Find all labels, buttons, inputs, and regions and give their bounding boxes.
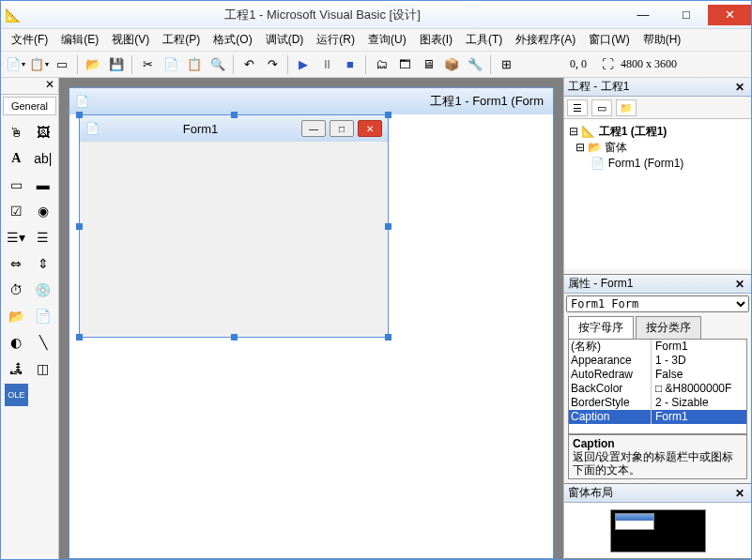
checkbox-icon[interactable]: ☑ <box>5 200 28 222</box>
redo-icon[interactable]: ↷ <box>262 54 283 75</box>
data-icon[interactable]: ◫ <box>32 357 55 380</box>
form-preview[interactable] <box>615 513 654 530</box>
resize-handle-ne[interactable] <box>385 112 391 118</box>
project-explorer-title: 工程 - 工程1 <box>568 79 732 95</box>
menu-debug[interactable]: 调试(D) <box>259 29 311 51</box>
menu-diagram[interactable]: 图表(I) <box>413 29 459 51</box>
vscrollbar-icon[interactable]: ⇕ <box>32 252 55 275</box>
end-icon[interactable]: ■ <box>340 54 361 75</box>
textbox-icon[interactable]: ab| <box>32 147 55 170</box>
pointer-icon[interactable]: 🖱 <box>5 121 28 144</box>
picturebox-icon[interactable]: 🖼 <box>32 121 55 144</box>
frame-icon[interactable]: ▭ <box>5 174 28 196</box>
start-icon[interactable]: ▶ <box>293 54 314 75</box>
tree-project-root: ⊟ 📐 工程1 (工程1) <box>569 124 746 140</box>
undo-icon[interactable]: ↶ <box>238 54 259 75</box>
menu-edit[interactable]: 编辑(E) <box>54 29 105 51</box>
menu-help[interactable]: 帮助(H) <box>637 29 688 51</box>
break-icon[interactable]: ⏸ <box>316 54 337 75</box>
toolbox-panel: ✕ General 🖱 🖼 A ab| ▭ ▬ ☑ ◉ ☰▾ ☰ ⇔ ⇕ ⏱ 💿… <box>1 78 59 559</box>
listbox-icon[interactable]: ☰ <box>32 226 55 249</box>
properties-icon[interactable]: 🗔 <box>394 54 415 75</box>
properties-close-icon[interactable]: ✕ <box>732 278 747 291</box>
commandbutton-icon[interactable]: ▬ <box>32 174 55 196</box>
add-item-icon[interactable]: 📋 <box>28 54 49 75</box>
menu-format[interactable]: 格式(O) <box>207 29 258 51</box>
resize-handle-w[interactable] <box>76 223 83 230</box>
form-layout-preview[interactable] <box>564 503 751 558</box>
resize-handle-nw[interactable] <box>76 112 83 118</box>
menu-view[interactable]: 视图(V) <box>105 29 156 51</box>
tab-category-sort[interactable]: 按分类序 <box>636 316 701 339</box>
project-explorer-close-icon[interactable]: ✕ <box>732 81 747 94</box>
right-panels: 工程 - 工程1 ✕ ☰ ▭ 📁 ⊟ 📐 工程1 (工程1) ⊟ 📂 窗体 📄 … <box>563 78 751 559</box>
menu-tools[interactable]: 工具(T) <box>459 29 509 51</box>
resize-handle-e[interactable] <box>385 223 391 230</box>
mdi-child-icon: 📄 <box>75 95 89 108</box>
properties-panel: 属性 - Form1 ✕ Form1 Form 按字母序 按分类序 (名称)Fo… <box>564 275 751 484</box>
dirlistbox-icon[interactable]: 📂 <box>5 305 28 327</box>
form1-close-button[interactable]: ✕ <box>358 120 382 137</box>
menu-run[interactable]: 运行(R) <box>310 29 361 51</box>
form-layout-icon[interactable]: 🖥 <box>418 54 438 75</box>
object-browser-icon[interactable]: 📦 <box>441 54 462 75</box>
maximize-button[interactable]: □ <box>665 5 708 25</box>
form1-window[interactable]: 📄 Form1 — □ ✕ <box>79 114 389 338</box>
label-icon[interactable]: A <box>5 147 28 170</box>
menu-query[interactable]: 查询(U) <box>361 29 413 51</box>
menu-editor-icon[interactable]: ▭ <box>52 54 72 75</box>
menu-project[interactable]: 工程(P) <box>156 29 207 51</box>
toggle-folders-icon[interactable]: 📁 <box>616 99 637 116</box>
add-project-icon[interactable]: 📄 <box>5 54 25 75</box>
form-layout-title: 窗体布局 <box>568 485 732 501</box>
optionbutton-icon[interactable]: ◉ <box>32 200 55 222</box>
view-object-icon[interactable]: ▭ <box>591 99 612 116</box>
cut-icon[interactable]: ✂ <box>137 54 158 75</box>
resize-handle-s[interactable] <box>231 334 238 341</box>
form1-minimize-button[interactable]: — <box>301 120 326 137</box>
drivelistbox-icon[interactable]: 💿 <box>32 279 55 301</box>
project-tree[interactable]: ⊟ 📐 工程1 (工程1) ⊟ 📂 窗体 📄 Form1 (Form1) <box>564 119 751 269</box>
toolbox-tab-general[interactable]: General <box>3 97 56 115</box>
form-layout-close-icon[interactable]: ✕ <box>732 487 747 500</box>
dims-icon: ⛶ <box>597 54 618 75</box>
tab-alpha-sort[interactable]: 按字母序 <box>568 316 634 339</box>
menu-addins[interactable]: 外接程序(A) <box>509 29 582 51</box>
combobox-icon[interactable]: ☰▾ <box>5 226 28 249</box>
form-layout-panel: 窗体布局 ✕ <box>564 484 751 559</box>
menubar: 文件(F) 编辑(E) 视图(V) 工程(P) 格式(O) 调试(D) 运行(R… <box>1 29 751 52</box>
open-icon[interactable]: 📂 <box>83 54 103 75</box>
filelistbox-icon[interactable]: 📄 <box>32 305 55 327</box>
line-icon[interactable]: ╲ <box>32 331 55 354</box>
property-row-selected: CaptionForm1 <box>569 410 746 424</box>
toolbox-close-icon[interactable]: ✕ <box>41 78 58 94</box>
hscrollbar-icon[interactable]: ⇔ <box>5 252 28 275</box>
toolbox-icon[interactable]: 🔧 <box>465 54 485 75</box>
minimize-button[interactable]: — <box>622 5 665 25</box>
form-designer[interactable]: 📄 Form1 — □ ✕ <box>69 114 553 558</box>
timer-icon[interactable]: ⏱ <box>5 279 28 301</box>
find-icon[interactable]: 🔍 <box>207 54 228 75</box>
form1-maximize-button[interactable]: □ <box>330 120 354 137</box>
resize-handle-n[interactable] <box>231 112 238 118</box>
menu-file[interactable]: 文件(F) <box>5 29 54 51</box>
project-explorer-icon[interactable]: 🗂 <box>371 54 391 75</box>
view-code-icon[interactable]: ☰ <box>567 99 588 116</box>
menu-window[interactable]: 窗口(W) <box>582 29 636 51</box>
design-area: 📄 工程1 - Form1 (Form 📄 Form1 — □ ✕ <box>59 78 563 559</box>
form1-client-area[interactable] <box>83 144 385 334</box>
data-view-icon[interactable]: ⊞ <box>496 54 516 75</box>
resize-handle-se[interactable] <box>385 334 391 341</box>
copy-icon[interactable]: 📄 <box>161 54 181 75</box>
close-button[interactable]: ✕ <box>708 5 751 25</box>
paste-icon[interactable]: 📋 <box>184 54 205 75</box>
property-description: Caption 返回/设置对象的标题栏中或图标下面的文本。 <box>568 434 747 479</box>
ole-icon[interactable]: OLE <box>5 384 28 406</box>
image-icon[interactable]: 🏞 <box>5 357 28 380</box>
resize-handle-sw[interactable] <box>76 334 83 341</box>
app-icon: 📐 <box>1 8 23 23</box>
save-icon[interactable]: 💾 <box>106 54 127 75</box>
object-selector[interactable]: Form1 Form <box>566 295 749 312</box>
shape-icon[interactable]: ◐ <box>5 331 28 354</box>
property-grid[interactable]: (名称)Form1 Appearance1 - 3D AutoRedrawFal… <box>568 339 747 434</box>
